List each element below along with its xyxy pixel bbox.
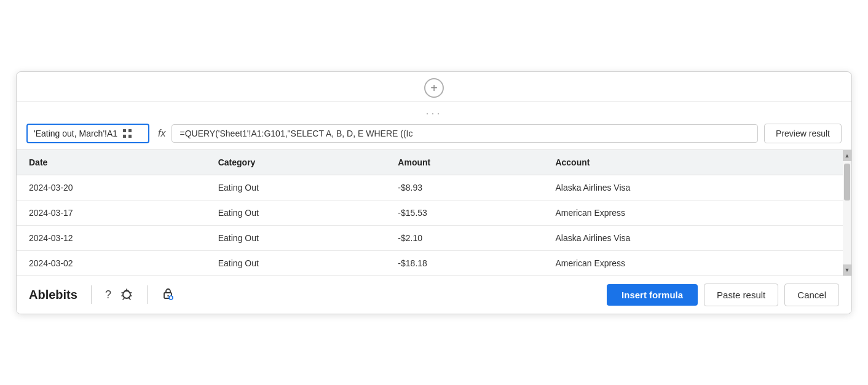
svg-rect-2 [123, 135, 126, 138]
bug-icon [120, 287, 133, 303]
formula-input[interactable]: =QUERY('Sheet1'!A1:G101,"SELECT A, B, D,… [172, 124, 758, 143]
cell-amount: -$15.53 [385, 200, 543, 225]
cell-date: 2024-03-12 [17, 225, 206, 250]
cell-account: Alaska Airlines Visa [543, 225, 851, 250]
results-table: Date Category Amount Account 2024-03-20E… [17, 150, 851, 276]
cell-category: Eating Out [206, 250, 386, 276]
scrollbar-up-arrow[interactable]: ▲ [843, 150, 851, 161]
dots-separator: ... [17, 102, 851, 117]
svg-rect-1 [128, 129, 132, 132]
privacy-icon: i [161, 287, 175, 303]
col-category: Category [206, 150, 386, 175]
footer-separator-2 [147, 285, 148, 304]
footer: Ablebits ? i [17, 276, 851, 314]
formula-bar: 'Eating out, March'!A1 fx =QUERY('Sheet1… [17, 117, 851, 150]
grid-icon [122, 129, 132, 138]
main-panel: + ... 'Eating out, March'!A1 fx =QUERY('… [16, 71, 852, 314]
scrollbar-down-arrow[interactable]: ▼ [843, 264, 851, 276]
cancel-button[interactable]: Cancel [784, 284, 839, 306]
cell-account: American Express [543, 200, 851, 225]
table-row: 2024-03-17Eating Out-$15.53American Expr… [17, 200, 851, 225]
svg-point-6 [167, 295, 168, 296]
cell-date: 2024-03-17 [17, 200, 206, 225]
scrollbar-track[interactable]: ▲ ▼ [843, 150, 851, 276]
top-bar: + [17, 72, 851, 102]
cell-reference-box[interactable]: 'Eating out, March'!A1 [26, 124, 149, 143]
col-account: Account [543, 150, 851, 175]
footer-separator [91, 285, 92, 304]
footer-actions: Insert formula Paste result Cancel [607, 284, 839, 306]
table-row: 2024-03-20Eating Out-$8.93Alaska Airline… [17, 175, 851, 200]
cell-category: Eating Out [206, 200, 386, 225]
cell-amount: -$18.18 [385, 250, 543, 276]
brand-logo: Ablebits [29, 288, 77, 302]
scrollbar-thumb[interactable] [844, 164, 850, 200]
table-row: 2024-03-02Eating Out-$18.18American Expr… [17, 250, 851, 276]
svg-point-4 [123, 291, 130, 298]
preview-result-button[interactable]: Preview result [764, 124, 842, 143]
cell-amount: -$2.10 [385, 225, 543, 250]
cell-account: American Express [543, 250, 851, 276]
cell-ref-text: 'Eating out, March'!A1 [34, 129, 117, 138]
results-table-container: Date Category Amount Account 2024-03-20E… [17, 150, 851, 276]
cell-amount: -$8.93 [385, 175, 543, 200]
insert-formula-button[interactable]: Insert formula [607, 284, 698, 306]
col-amount: Amount [385, 150, 543, 175]
cell-account: Alaska Airlines Visa [543, 175, 851, 200]
col-date: Date [17, 150, 206, 175]
svg-rect-0 [123, 129, 126, 132]
fx-label: fx [158, 128, 165, 139]
table-header-row: Date Category Amount Account [17, 150, 851, 175]
cell-category: Eating Out [206, 175, 386, 200]
svg-rect-3 [128, 135, 132, 138]
help-icon[interactable]: ? [105, 288, 111, 301]
paste-result-button[interactable]: Paste result [704, 284, 778, 306]
cell-date: 2024-03-02 [17, 250, 206, 276]
cell-category: Eating Out [206, 225, 386, 250]
footer-left: Ablebits ? i [29, 285, 607, 304]
table-row: 2024-03-12Eating Out-$2.10Alaska Airline… [17, 225, 851, 250]
add-button[interactable]: + [424, 78, 444, 98]
cell-date: 2024-03-20 [17, 175, 206, 200]
